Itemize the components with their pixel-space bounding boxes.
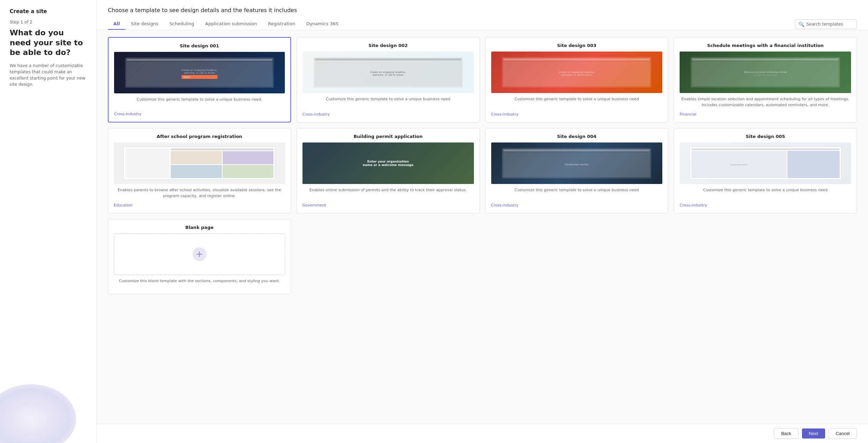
card-sd001-desc: Customize this generic template to solve… <box>114 97 285 108</box>
card-after-school-thumb <box>114 142 285 184</box>
cancel-button[interactable]: Cancel <box>829 428 857 439</box>
card-sd002-title: Site design 002 <box>302 43 474 48</box>
cards-area: Site design 001 Create an engaging headl… <box>97 30 868 424</box>
tab-dynamics365[interactable]: Dynamics 365 <box>301 18 344 30</box>
card-after-school-desc: Enables parents to browse after school a… <box>114 187 285 199</box>
search-box[interactable]: 🔍 Search templates <box>795 19 857 29</box>
tab-registration[interactable]: Registration <box>263 18 301 30</box>
card-sd004-thumb: Introduction section <box>491 142 663 184</box>
footer: Back Next Cancel <box>97 424 868 443</box>
card-sd004-tag: Cross-industry <box>491 203 663 207</box>
card-sd005-title: Site design 005 <box>680 134 851 139</box>
card-building-permit-thumb: Enter your organizationname or a welcome… <box>302 142 474 184</box>
tab-application-submission[interactable]: Application submission <box>200 18 263 30</box>
sidebar-heading: What do you need your site to be able to… <box>10 28 87 58</box>
tab-bar: All Site designs Scheduling Application … <box>108 18 857 30</box>
main-content: Choose a template to see design details … <box>97 0 868 443</box>
step-indicator: Step 1 of 2 <box>10 20 87 25</box>
cards-grid: Site design 001 Create an engaging headl… <box>108 37 857 294</box>
card-after-school-tag: Education <box>114 203 285 207</box>
card-schedule-financial-thumb: Welcome to Green Institution PortalSched… <box>680 52 851 93</box>
card-sd001[interactable]: Site design 001 Create an engaging headl… <box>108 37 291 122</box>
card-sd002-tag: Cross-industry <box>302 112 474 117</box>
plus-icon: + <box>193 247 206 261</box>
card-sd001-title: Site design 001 <box>114 43 285 48</box>
card-sd002-desc: Customize this generic template to solve… <box>302 96 474 108</box>
card-blank[interactable]: Blank page + Customize this blank templa… <box>108 219 291 294</box>
card-schedule-financial-title: Schedule meetings with a financial insti… <box>680 43 851 48</box>
card-blank-title: Blank page <box>114 225 285 230</box>
card-building-permit-tag: Government <box>302 203 474 207</box>
card-sd001-thumb: Create an engaging headline,welcome, or … <box>114 52 285 93</box>
card-schedule-financial-tag: Financial <box>680 112 851 117</box>
search-placeholder: Search templates <box>806 22 843 27</box>
card-building-permit[interactable]: Building permit application Enter your o… <box>297 128 480 213</box>
search-icon: 🔍 <box>799 21 804 27</box>
card-sd005-tag: Cross-industry <box>680 203 851 207</box>
card-sd003-tag: Cross-industry <box>491 112 663 117</box>
card-blank-thumb: + <box>114 233 285 275</box>
page-title: Create a site <box>10 8 87 15</box>
main-instruction: Choose a template to see design details … <box>108 7 857 13</box>
card-after-school[interactable]: After school program registration <box>108 128 291 213</box>
next-button[interactable]: Next <box>802 428 825 439</box>
card-sd003-title: Site design 003 <box>491 43 663 48</box>
card-sd002-thumb: Create an engaging headline,welcome, or … <box>302 52 474 93</box>
main-header: Choose a template to see design details … <box>97 0 868 30</box>
card-sd003-thumb: Create an engaging headline,welcome, or … <box>491 52 663 93</box>
sidebar-description: We have a number of customizable templat… <box>10 63 87 87</box>
card-sd004-desc: Customize this generic template to solve… <box>491 187 663 199</box>
card-sd002[interactable]: Site design 002 Create an engaging headl… <box>297 37 480 122</box>
sidebar: Create a site Step 1 of 2 What do you ne… <box>0 0 97 443</box>
card-building-permit-desc: Enables online submission of permits and… <box>302 187 474 199</box>
card-sd005-desc: Customize this generic template to solve… <box>680 187 851 199</box>
card-sd003-desc: Customize this generic template to solve… <box>491 96 663 108</box>
card-sd005[interactable]: Site design 005 Introduction section <box>674 128 857 213</box>
card-schedule-financial[interactable]: Schedule meetings with a financial insti… <box>674 37 857 122</box>
card-sd004[interactable]: Site design 004 Introduction section Cus… <box>485 128 669 213</box>
tab-scheduling[interactable]: Scheduling <box>164 18 200 30</box>
back-button[interactable]: Back <box>774 428 799 439</box>
card-sd001-tag: Cross-industry <box>114 112 285 116</box>
tab-site-designs[interactable]: Site designs <box>125 18 164 30</box>
card-sd003[interactable]: Site design 003 Create an engaging headl… <box>485 37 669 122</box>
card-after-school-title: After school program registration <box>114 134 285 139</box>
card-blank-desc: Customize this blank template with the s… <box>114 278 285 284</box>
card-sd004-title: Site design 004 <box>491 134 663 139</box>
card-schedule-financial-desc: Enables simple location selection and ap… <box>680 96 851 108</box>
tab-all[interactable]: All <box>108 18 125 30</box>
decorative-blob <box>0 384 76 443</box>
card-building-permit-title: Building permit application <box>302 134 474 139</box>
main-instruction-text: Choose a template to see design details … <box>108 7 297 13</box>
card-sd005-thumb: Introduction section <box>680 142 851 184</box>
